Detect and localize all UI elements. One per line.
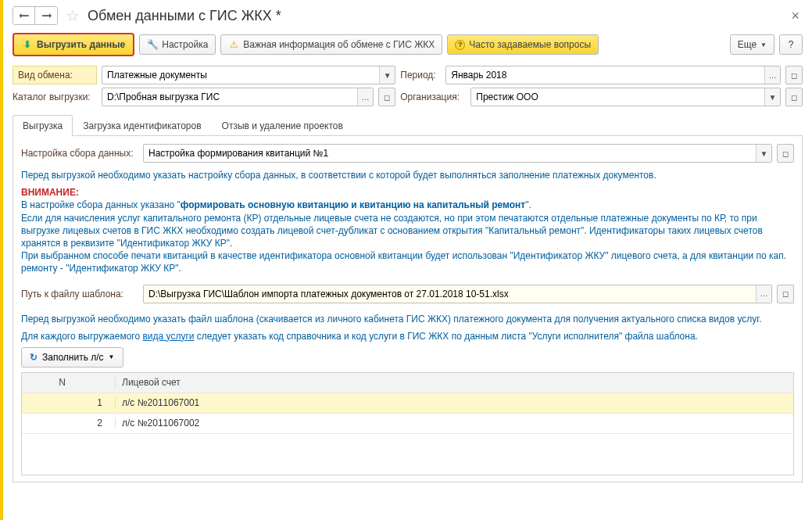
msg-template: Перед выгрузкой необходимо указать файл … [21, 313, 794, 325]
faq-button[interactable]: ? Часто задаваемые вопросы [447, 34, 599, 55]
table-empty-space [22, 434, 793, 475]
template-field[interactable]: … [143, 285, 772, 303]
period-label: Период: [400, 68, 441, 82]
msg6a: Для каждого выгружаемого [21, 331, 142, 342]
table-header: N Лицевой счет [22, 373, 793, 393]
accounts-table: N Лицевой счет 1 л/с №2011067001 2 л/с №… [21, 372, 794, 475]
template-label: Путь к файлу шаблона: [21, 287, 138, 301]
collect-label: Настройка сбора данных: [21, 146, 138, 160]
page-title: Обмен данными с ГИС ЖКХ * [88, 8, 281, 24]
export-icon: ⬇ [22, 39, 33, 50]
settings-button[interactable]: 🔧 Настройка [139, 34, 216, 55]
export-button[interactable]: ⬇ Выгрузить данные [13, 33, 134, 56]
more-button[interactable]: Еще ▼ [730, 34, 774, 55]
window-header: 🠔 🠖 ☆ Обмен данными с ГИС ЖКХ * × [3, 0, 812, 30]
more-label: Еще [738, 39, 757, 50]
collect-input[interactable] [144, 145, 756, 162]
exchange-label: Вид обмена: [13, 66, 97, 84]
close-icon[interactable]: × [788, 8, 803, 24]
catalog-more-icon[interactable]: … [357, 88, 373, 106]
collect-dropdown-icon[interactable]: ▼ [756, 145, 771, 162]
org-dropdown-icon[interactable]: ▼ [764, 88, 780, 106]
period-input[interactable] [446, 66, 764, 84]
col-ls-header[interactable]: Лицевой счет [116, 377, 793, 388]
msg2c: ". [525, 199, 531, 210]
org-label: Организация: [400, 90, 466, 104]
cell-n: 2 [22, 418, 116, 429]
period-field[interactable]: … [445, 66, 781, 84]
msg2a: В настройке сбора данных указано " [21, 199, 181, 210]
exchange-select[interactable]: ▼ [102, 66, 395, 84]
msg6b: следует указать код справочника и код ус… [195, 331, 698, 342]
chevron-down-icon: ▼ [109, 353, 115, 360]
org-open-icon[interactable]: ◻ [785, 88, 803, 106]
cell-n: 1 [22, 397, 116, 408]
warning-icon: ⚠ [228, 39, 239, 50]
question-icon: ? [455, 40, 465, 50]
msg-warning-block: ВНИМАНИЕ: В настройке сбора данных указа… [21, 186, 794, 274]
tab-export[interactable]: Выгрузка [13, 115, 73, 136]
collect-open-icon[interactable]: ◻ [777, 144, 794, 163]
settings-label: Настройка [162, 39, 208, 50]
info-label: Важная информация об обмене с ГИС ЖКХ [243, 39, 435, 50]
help-button[interactable]: ? [779, 34, 803, 55]
tab-recall[interactable]: Отзыв и удаление проектов [212, 115, 353, 136]
export-label: Выгрузить данные [37, 39, 125, 50]
nav-group: 🠔 🠖 [13, 6, 58, 25]
msg3: Если для начисления услуг капитального р… [21, 213, 763, 249]
org-field[interactable]: ▼ [470, 88, 781, 106]
catalog-label: Каталог выгрузки: [13, 90, 97, 104]
collect-field[interactable]: ▼ [143, 144, 772, 163]
favorite-icon[interactable]: ☆ [66, 6, 80, 25]
refresh-icon: ↻ [30, 352, 38, 363]
catalog-open-icon[interactable]: ◻ [378, 88, 395, 106]
table-row[interactable]: 2 л/с №2011067002 [22, 414, 793, 434]
tab-content: Настройка сбора данных: ▼ ◻ Перед выгруз… [13, 136, 803, 482]
period-open-icon[interactable]: ◻ [785, 66, 803, 84]
forward-button[interactable]: 🠖 [35, 7, 57, 24]
period-more-icon[interactable]: … [764, 66, 780, 84]
info-button[interactable]: ⚠ Важная информация об обмене с ГИС ЖКХ [220, 34, 442, 55]
tabs: Выгрузка Загрузка идентификаторов Отзыв … [13, 114, 803, 136]
back-button[interactable]: 🠔 [13, 7, 35, 24]
chevron-down-icon: ▼ [760, 41, 767, 48]
exchange-dropdown-icon[interactable]: ▼ [379, 66, 395, 84]
template-open-icon[interactable]: ◻ [777, 285, 794, 303]
catalog-input[interactable] [102, 88, 357, 106]
msg4: При выбранном способе печати квитанций в… [21, 250, 786, 274]
wrench-icon: 🔧 [147, 39, 158, 50]
msg2b: формировать основную квитанцию и квитанц… [181, 199, 525, 210]
tab-load-ids[interactable]: Загрузка идентификаторов [73, 115, 211, 136]
msg-service-kind: Для каждого выгружаемого вида услуги сле… [21, 330, 794, 342]
org-input[interactable] [471, 88, 764, 106]
msg-pre-export: Перед выгрузкой необходимо указать настр… [21, 169, 794, 181]
toolbar: ⬇ Выгрузить данные 🔧 Настройка ⚠ Важная … [3, 30, 812, 64]
template-input[interactable] [144, 285, 756, 303]
cell-ls: л/с №2011067001 [116, 397, 793, 408]
warning-heading: ВНИМАНИЕ: [21, 187, 79, 198]
template-more-icon[interactable]: … [756, 285, 771, 303]
fill-label: Заполнить л/с [42, 352, 104, 363]
faq-label: Часто задаваемые вопросы [469, 39, 591, 50]
fill-accounts-button[interactable]: ↻ Заполнить л/с ▼ [21, 347, 123, 368]
table-row[interactable]: 1 л/с №2011067001 [22, 393, 793, 414]
service-type-link[interactable]: вида услуги [142, 331, 194, 342]
exchange-input[interactable] [102, 66, 379, 84]
cell-ls: л/с №2011067002 [116, 418, 793, 429]
col-n-header[interactable]: N [22, 377, 116, 388]
catalog-field[interactable]: … [102, 88, 374, 106]
